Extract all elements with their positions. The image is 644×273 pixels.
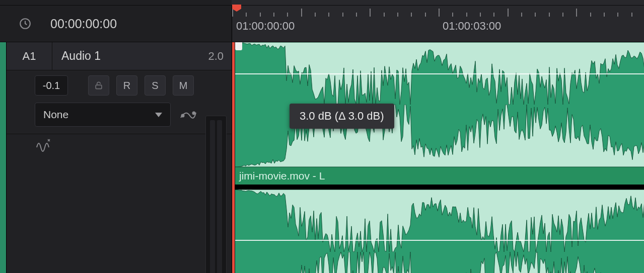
svg-point-3 — [193, 112, 195, 115]
waveform-lower-top — [235, 190, 644, 252]
track-header[interactable]: A1 Audio 1 2.0 — [7, 42, 232, 70]
ruler-ticks — [232, 6, 644, 18]
track-id[interactable]: A1 — [7, 42, 52, 70]
solo-button[interactable]: S — [145, 75, 166, 96]
clip-gain-line-upper[interactable] — [235, 73, 644, 74]
track-panel: A1 Audio 1 2.0 -0.1 R S M — [7, 42, 232, 273]
svg-rect-1 — [96, 85, 102, 89]
timecode-panel: 00:00:00:00 — [0, 6, 232, 42]
gain-tooltip-text: 3.0 dB (Δ 3.0 dB) — [300, 110, 384, 122]
record-arm-button[interactable]: R — [116, 75, 137, 96]
waveform-lower-bot — [235, 252, 644, 273]
effect-dropdown[interactable]: None — [35, 103, 171, 127]
ruler-label-1: 01:00:03:00 — [443, 20, 501, 33]
ruler-label-0: 01:00:00:00 — [236, 20, 295, 33]
automation-curve-icon[interactable] — [178, 104, 199, 125]
top-cropped-row — [0, 0, 644, 6]
gain-tooltip: 3.0 dB (Δ 3.0 dB) — [290, 104, 394, 129]
lock-icon[interactable] — [88, 75, 109, 96]
vu-meter — [205, 116, 227, 273]
clock-icon — [0, 17, 50, 30]
clip-label-text: jimi-movie.mov - L — [239, 170, 325, 182]
waveform-mode-icon[interactable] — [35, 135, 54, 154]
clip-fade-handle[interactable] — [235, 42, 242, 50]
effect-dropdown-value: None — [43, 109, 68, 121]
track-channel-count: 2.0 — [208, 50, 224, 63]
timecode-value[interactable]: 00:00:00:00 — [50, 17, 117, 31]
audio-clip-right-channel[interactable] — [235, 190, 644, 273]
track-name[interactable]: Audio 1 — [52, 49, 208, 63]
channel-divider — [232, 185, 644, 190]
clip-label: jimi-movie.mov - L — [235, 167, 644, 185]
playhead-line[interactable] — [232, 42, 235, 273]
timeline-ruler[interactable]: 01:00:00:00 01:00:03:00 — [232, 6, 644, 42]
left-gutter — [0, 42, 7, 273]
clip-gain-line-lower[interactable] — [235, 240, 644, 241]
chevron-down-icon — [155, 113, 162, 117]
track-gain-input[interactable]: -0.1 — [35, 75, 68, 96]
timeline-area[interactable]: jimi-movie.mov - L 3.0 dB (Δ 3.0 dB) — [232, 42, 644, 273]
svg-point-2 — [182, 115, 184, 117]
mute-button[interactable]: M — [173, 75, 194, 96]
